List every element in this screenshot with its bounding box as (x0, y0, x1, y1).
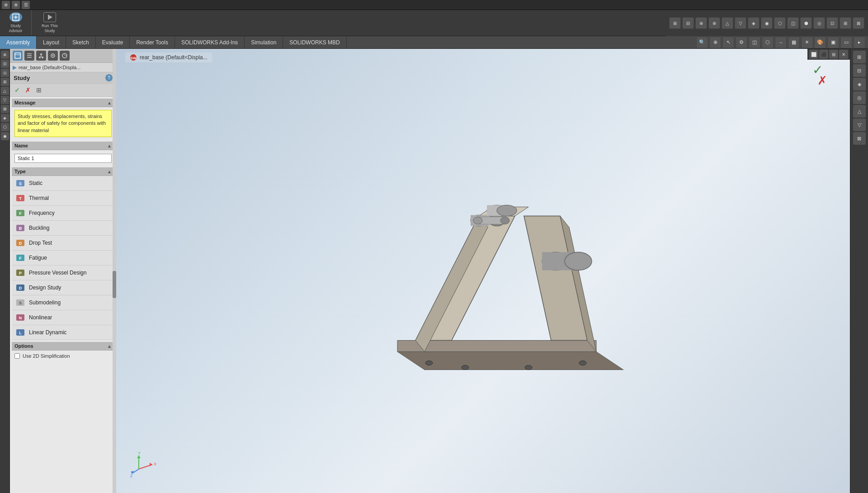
options-label: Options (14, 343, 33, 349)
tab-solidworks-mbd[interactable]: SOLIDWORKS MBD (283, 36, 346, 49)
type-item-pressure[interactable]: P Pressure Vessel Design (12, 265, 114, 280)
toolbar-btn-11[interactable]: ⬢ (800, 17, 812, 29)
toolbar-btn-3[interactable]: ⊕ (695, 17, 707, 29)
toolbar-btn-13[interactable]: ⊡ (826, 17, 838, 29)
left-icon-4[interactable]: ⊞ (1, 78, 9, 86)
panel-icon-tree[interactable] (36, 51, 46, 61)
monitor-btn[interactable]: ▭ (840, 37, 852, 48)
toolbar-btn-12[interactable]: ◎ (813, 17, 825, 29)
toolbar-btn-15[interactable]: ⊠ (853, 17, 864, 29)
tab-render-tools[interactable]: Render Tools (130, 36, 175, 49)
tab-evaluate[interactable]: Evaluate (96, 36, 130, 49)
options-section-header[interactable]: Options ▲ (12, 342, 114, 351)
left-icon-7[interactable]: ⊠ (1, 105, 9, 113)
zoom-btn[interactable]: ⊕ (709, 37, 721, 48)
tab-solidworks-addins[interactable]: SOLIDWORKS Add-Ins (175, 36, 245, 49)
study-name-input[interactable] (14, 154, 112, 163)
use-2d-checkbox[interactable] (14, 353, 20, 359)
panel-icon-list[interactable] (24, 51, 34, 61)
right-icon-2[interactable]: ⊟ (853, 64, 866, 77)
toolbar-btn-14[interactable]: ⊞ (840, 17, 851, 29)
left-icon-3[interactable]: ◎ (1, 69, 9, 77)
cancel-button[interactable]: ✗ (24, 85, 33, 95)
toolbar-btn-10[interactable]: ◫ (787, 17, 799, 29)
light-btn[interactable]: ☀ (801, 37, 813, 48)
right-icon-7[interactable]: ⊠ (853, 132, 866, 145)
scrollbar-track[interactable] (113, 49, 116, 493)
settings-btn[interactable]: ⚙ (736, 37, 747, 48)
panel-icon-home[interactable] (13, 51, 23, 61)
toolbar-btn-9[interactable]: ⬡ (774, 17, 786, 29)
toolbar-btn-7[interactable]: ◈ (748, 17, 760, 29)
run-study-button[interactable]: Run ThisStudy (32, 10, 68, 35)
type-item-buckling[interactable]: B Buckling (12, 221, 114, 236)
left-icon-1[interactable]: ⊕ (1, 51, 9, 59)
menu-icon-2[interactable]: ⊕ (12, 1, 20, 9)
menu-icon-1[interactable]: ⊕ (2, 1, 10, 9)
type-item-lineardynamic[interactable]: L Linear Dynamic (12, 325, 114, 340)
toolbar-btn-8[interactable]: ◉ (761, 17, 773, 29)
pin-button[interactable]: ⊞ (34, 85, 43, 95)
study-help-button[interactable]: ? (105, 74, 113, 81)
scrollbar-thumb[interactable] (113, 271, 116, 298)
toolbar-btn-5[interactable]: △ (722, 17, 733, 29)
left-icon-5[interactable]: △ (1, 87, 9, 95)
study-advisor-button[interactable]: StudyAdvisor (0, 10, 32, 35)
window-min-btn[interactable]: ⬜ (809, 50, 818, 59)
cursor-btn[interactable]: ↖ (722, 37, 734, 48)
color-btn[interactable]: 🎨 (814, 37, 826, 48)
svg-marker-66 (137, 455, 141, 458)
type-section-header[interactable]: Type ▲ (12, 167, 114, 176)
toolbar-btn-2[interactable]: ⊟ (682, 17, 694, 29)
left-icon-6[interactable]: ▽ (1, 96, 9, 104)
svg-marker-64 (150, 463, 152, 466)
name-section-header[interactable]: Name ▲ (12, 142, 114, 150)
right-icon-6[interactable]: ▽ (853, 119, 866, 131)
right-icon-3[interactable]: ◈ (853, 78, 866, 90)
right-icon-4[interactable]: ◎ (853, 91, 866, 104)
window-close-btn[interactable]: ✕ (839, 50, 848, 59)
type-item-frequency[interactable]: F Frequency (12, 206, 114, 221)
svg-text:S: S (19, 301, 22, 305)
message-section-header[interactable]: Message ▲ (12, 99, 114, 107)
window-max-btn[interactable]: ⬛ (819, 50, 828, 59)
left-icon-2[interactable]: ⊟ (1, 60, 9, 68)
right-icon-1[interactable]: ⊞ (853, 51, 866, 63)
right-icon-5[interactable]: △ (853, 105, 866, 118)
confirm-button[interactable]: ✓ (13, 85, 22, 95)
svg-point-12 (42, 57, 43, 58)
menu-icon-3[interactable]: ☰ (22, 1, 30, 9)
study-advisor-label: StudyAdvisor (9, 24, 22, 33)
tab-sketch[interactable]: Sketch (66, 36, 96, 49)
type-item-fatigue[interactable]: F Fatigue (12, 251, 114, 265)
arrow-btn[interactable]: → (775, 37, 787, 48)
type-item-thermal[interactable]: T Thermal (12, 191, 114, 206)
panel-icon-config[interactable] (48, 51, 58, 61)
fatigue-icon: F (15, 253, 25, 263)
type-item-design[interactable]: D Design Study (12, 280, 114, 295)
toolbar-btn-4[interactable]: ⊗ (708, 17, 720, 29)
reject-button[interactable]: ✗ (817, 74, 827, 88)
toolbar-btn-1[interactable]: ⊞ (669, 17, 681, 29)
type-item-submodeling[interactable]: S Submodeling (12, 295, 114, 310)
search-btn[interactable]: 🔍 (696, 37, 708, 48)
left-icon-9[interactable]: ⬡ (1, 123, 9, 131)
tab-simulation[interactable]: Simulation (245, 36, 283, 49)
type-item-static[interactable]: S Static (12, 176, 114, 191)
tab-assembly[interactable]: Assembly (0, 36, 37, 49)
type-item-nonlinear[interactable]: N Nonlinear (12, 310, 114, 325)
cube-btn[interactable]: ⬡ (762, 37, 774, 48)
left-icon-8[interactable]: ◈ (1, 114, 9, 122)
display-btn[interactable]: ▦ (788, 37, 800, 48)
window-expand-btn[interactable]: ⊞ (829, 50, 838, 59)
tab-layout[interactable]: Layout (37, 36, 66, 49)
type-item-droptest[interactable]: D Drop Test (12, 236, 114, 251)
panel-icon-color[interactable] (60, 51, 70, 61)
type-label-frequency: Frequency (29, 210, 55, 216)
thermal-icon: T (15, 193, 25, 203)
left-icon-10[interactable]: ◉ (1, 132, 9, 140)
view-btn[interactable]: ◫ (749, 37, 760, 48)
scene-btn[interactable]: ▣ (827, 37, 839, 48)
toolbar-btn-6[interactable]: ▽ (735, 17, 746, 29)
more-btn[interactable]: ▸ (854, 37, 865, 48)
